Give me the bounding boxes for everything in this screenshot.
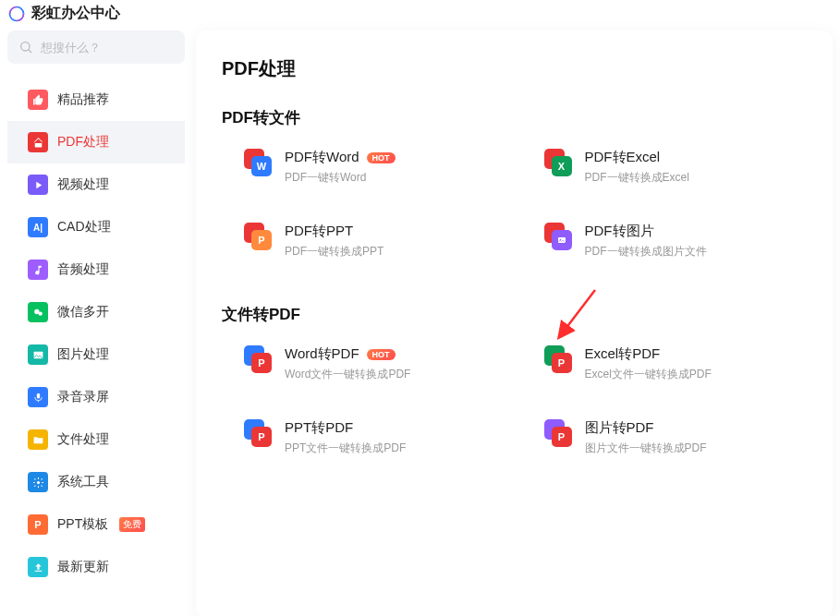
sidebar: 精品推荐PDF处理视频处理A|CAD处理音频处理微信多开图片处理录音录屏文件处理… [7, 30, 185, 616]
sidebar-item-3[interactable]: A|CAD处理 [7, 206, 185, 248]
tool-card[interactable]: PPDF转PPTPDF一键转换成PPT [244, 223, 507, 260]
tool-title: PPT转PDF [285, 419, 353, 437]
play-icon [28, 175, 48, 195]
tool-desc: Excel文件一键转换成PDF [585, 367, 712, 382]
sidebar-item-label: CAD处理 [57, 219, 111, 236]
sidebar-item-label: PDF处理 [57, 134, 109, 151]
tool-icon: W [244, 149, 272, 176]
hot-badge: HOT [367, 152, 396, 163]
tool-card[interactable]: P图片转PDF图片文件一键转换成PDF [544, 419, 808, 456]
tool-title: Word转PDF [285, 345, 359, 363]
tool-icon: P [244, 223, 272, 250]
tool-desc: PPT文件一键转换成PDF [285, 441, 406, 456]
mic-icon [28, 387, 48, 407]
sidebar-item-label: 微信多开 [57, 304, 109, 320]
sidebar-item-5[interactable]: 微信多开 [7, 291, 185, 333]
sidebar-item-11[interactable]: 最新更新 [7, 546, 185, 588]
sidebar-item-label: 系统工具 [57, 474, 109, 490]
folder-icon [28, 429, 48, 450]
hot-badge: HOT [367, 349, 396, 360]
tool-icon: P [244, 419, 272, 447]
sidebar-item-9[interactable]: 系统工具 [7, 461, 185, 503]
pdf-icon [28, 132, 48, 152]
sidebar-item-0[interactable]: 精品推荐 [7, 79, 185, 121]
tool-desc: Word文件一键转换成PDF [285, 367, 410, 382]
sidebar-item-label: 图片处理 [57, 346, 109, 363]
sidebar-item-label: 最新更新 [57, 559, 109, 575]
sidebar-item-1[interactable]: PDF处理 [7, 121, 185, 163]
tool-title: PDF转PPT [285, 223, 353, 240]
sidebar-item-label: 精品推荐 [57, 91, 109, 108]
tool-card[interactable]: XPDF转ExcelPDF一键转换成Excel [544, 149, 808, 186]
svg-rect-9 [36, 393, 39, 398]
svg-rect-5 [34, 143, 42, 147]
thumb-icon [28, 90, 48, 110]
tool-card[interactable]: PDF转图片PDF一键转换成图片文件 [544, 223, 808, 260]
search-icon [18, 40, 33, 54]
tool-icon: P [544, 419, 572, 447]
tool-title: 图片转PDF [585, 419, 654, 437]
app-logo-icon [7, 5, 26, 23]
app-header: 彩虹办公中心 [0, 0, 840, 30]
tool-desc: 图片文件一键转换成PDF [585, 441, 707, 456]
page-title: PDF处理 [222, 56, 807, 81]
main-panel: PDF处理 PDF转文件WPDF转WordHOTPDF一键转WordXPDF转E… [196, 30, 833, 616]
sidebar-item-label: 录音录屏 [57, 389, 109, 405]
sidebar-item-4[interactable]: 音频处理 [7, 248, 185, 291]
sidebar-item-label: 视频处理 [57, 176, 109, 193]
tool-card[interactable]: PExcel转PDFExcel文件一键转换成PDF [544, 345, 808, 382]
wechat-icon [28, 302, 48, 322]
sidebar-item-label: 音频处理 [57, 261, 109, 278]
search-box[interactable] [7, 30, 185, 64]
sidebar-item-label: 文件处理 [57, 431, 109, 448]
search-input[interactable] [41, 41, 196, 54]
free-badge: 免费 [119, 517, 145, 532]
svg-rect-11 [34, 570, 42, 571]
tool-card[interactable]: PWord转PDFHOTWord文件一键转换成PDF [244, 345, 507, 382]
tool-icon: X [544, 149, 572, 176]
sidebar-item-label: PPT模板 [57, 516, 108, 533]
tool-icon: P [244, 345, 272, 373]
svg-line-4 [29, 50, 31, 53]
svg-point-7 [38, 311, 42, 315]
section-title: 文件转PDF [222, 304, 807, 325]
section-title: PDF转文件 [222, 107, 807, 128]
tool-title: PDF转图片 [585, 223, 654, 240]
sidebar-item-7[interactable]: 录音录屏 [7, 376, 185, 418]
svg-point-10 [36, 480, 39, 483]
tool-icon [544, 223, 572, 250]
upload-icon [28, 557, 48, 577]
svg-point-3 [21, 42, 30, 51]
music-icon [28, 260, 48, 280]
tool-desc: PDF一键转换成PPT [285, 244, 383, 260]
ppt-icon: P [28, 514, 48, 535]
gear-icon [28, 472, 48, 492]
cad-icon: A| [28, 217, 48, 237]
tool-title: Excel转PDF [585, 345, 661, 363]
tool-card[interactable]: PPPT转PDFPPT文件一键转换成PDF [244, 419, 507, 456]
sidebar-item-8[interactable]: 文件处理 [7, 418, 185, 461]
app-title: 彩虹办公中心 [31, 4, 120, 23]
tool-desc: PDF一键转Word [285, 170, 396, 186]
sidebar-item-2[interactable]: 视频处理 [7, 163, 185, 206]
tool-card[interactable]: WPDF转WordHOTPDF一键转Word [244, 149, 507, 186]
tool-desc: PDF一键转换成图片文件 [585, 244, 707, 260]
sidebar-item-10[interactable]: PPPT模板免费 [7, 503, 185, 546]
tool-title: PDF转Excel [585, 149, 661, 166]
tool-icon: P [544, 345, 572, 373]
image-icon [28, 344, 48, 365]
tool-desc: PDF一键转换成Excel [585, 170, 689, 186]
tool-title: PDF转Word [285, 149, 359, 166]
sidebar-item-6[interactable]: 图片处理 [7, 333, 185, 376]
